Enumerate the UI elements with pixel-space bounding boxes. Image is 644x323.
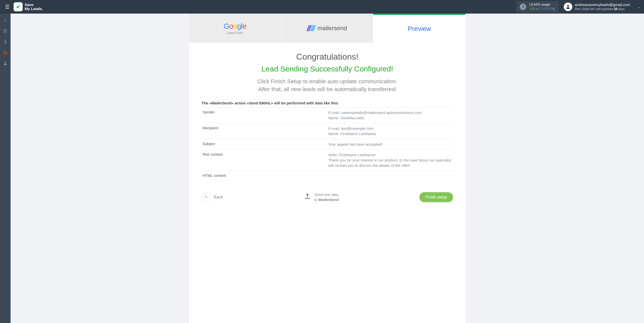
mailersend-icon bbox=[307, 25, 315, 31]
table-row: SubjectYour appeal has been accepted! bbox=[202, 139, 453, 149]
user-menu[interactable]: andrewsavemyleads@gmail.com Plan |Start|… bbox=[564, 2, 630, 11]
finish-setup-button[interactable]: Finish setup bbox=[419, 192, 453, 202]
send-test-label: Send test data to MailerSend bbox=[314, 192, 339, 202]
success-message: Lead Sending Successfully Configured! bbox=[202, 65, 453, 73]
tab-mailersend[interactable]: mailersend bbox=[281, 14, 374, 43]
user-info: andrewsavemyleads@gmail.com Plan |Start|… bbox=[575, 2, 630, 11]
user-icon[interactable] bbox=[3, 61, 8, 67]
step-tabs: Google Lead Form mailersend Preview bbox=[189, 14, 466, 43]
app-header: ☰ ✔ Save My Leads. i LEADS usage: 135 of… bbox=[0, 0, 644, 14]
chevron-down-icon[interactable]: ⌄ bbox=[637, 4, 641, 10]
info-icon: i bbox=[520, 4, 526, 10]
sidebar: ⌂ ⛓ $ 💼 bbox=[0, 14, 11, 323]
back-label: Back bbox=[214, 195, 223, 200]
google-sub-label: Lead Form bbox=[227, 31, 243, 35]
row-label: Recipient bbox=[202, 123, 327, 139]
upload-icon bbox=[304, 192, 311, 202]
row-value: E-mail: test@example.com Name: FirstName… bbox=[327, 123, 453, 139]
menu-icon: ☰ bbox=[5, 4, 10, 10]
row-value bbox=[327, 171, 453, 180]
row-value: E-mail: savemyleads@mailersend.apicomsol… bbox=[327, 107, 453, 123]
pencil-icon: ✎ bbox=[202, 193, 211, 202]
mailersend-label: mailersend bbox=[317, 25, 347, 32]
data-preview-table: SenderE-mail: savemyleads@mailersend.api… bbox=[202, 107, 453, 180]
config-card: Google Lead Form mailersend Preview bbox=[189, 14, 466, 323]
usage-values: 135 of 2'000 (7%) bbox=[529, 7, 555, 11]
table-row: HTML content bbox=[202, 171, 453, 180]
brand-logo[interactable]: ✔ Save My Leads. bbox=[14, 2, 43, 11]
instruction-line2: After that, all new leads will be automa… bbox=[202, 86, 453, 93]
briefcase-icon[interactable]: 💼 bbox=[3, 50, 8, 56]
instruction-line1: Click Finish Setup to enable auto-update… bbox=[202, 78, 453, 86]
tab-google-lead-form[interactable]: Google Lead Form bbox=[189, 14, 281, 43]
menu-button[interactable]: ☰ bbox=[3, 2, 12, 12]
avatar-icon bbox=[564, 3, 572, 11]
row-label: Sender bbox=[202, 107, 327, 123]
svg-point-0 bbox=[567, 5, 569, 7]
home-icon[interactable]: ⌂ bbox=[4, 18, 7, 23]
brand-name: Save My Leads. bbox=[25, 3, 43, 11]
check-icon: ✔ bbox=[16, 4, 20, 10]
table-row: RecipientE-mail: test@example.com Name: … bbox=[202, 123, 453, 139]
congrats-heading: Congratulations! bbox=[202, 52, 453, 62]
row-value: Hello, FirstName LastName! Thank you for… bbox=[327, 149, 453, 171]
tab-preview[interactable]: Preview bbox=[373, 14, 466, 43]
google-logo: Google bbox=[223, 22, 246, 30]
row-label: HTML content bbox=[202, 171, 327, 180]
preview-label: Preview bbox=[408, 25, 431, 33]
data-intro-text: The «MailerSend» action «Send EMAIL» wil… bbox=[202, 101, 453, 105]
send-test-button[interactable]: Send test data to MailerSend bbox=[304, 192, 339, 202]
table-row: SenderE-mail: savemyleads@mailersend.api… bbox=[202, 107, 453, 123]
leads-usage-box: i LEADS usage: 135 of 2'000 (7%) bbox=[516, 1, 558, 13]
row-label: Subject bbox=[202, 139, 327, 149]
row-label: Text content bbox=[202, 149, 327, 171]
usage-label: LEADS usage: bbox=[529, 3, 555, 7]
logo-icon: ✔ bbox=[14, 2, 23, 11]
dollar-icon[interactable]: $ bbox=[4, 39, 7, 45]
svg-point-1 bbox=[5, 62, 6, 63]
flow-icon[interactable]: ⛓ bbox=[3, 28, 8, 34]
table-row: Text contentHello, FirstName LastName! T… bbox=[202, 149, 453, 171]
row-value: Your appeal has been accepted! bbox=[327, 139, 453, 149]
back-button[interactable]: ✎ Back bbox=[202, 193, 223, 202]
